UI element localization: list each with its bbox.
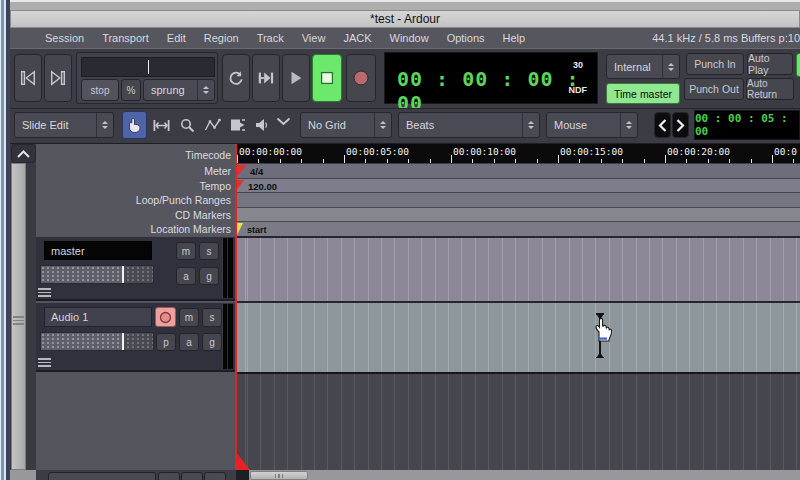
master-automation-button[interactable]: a (176, 267, 196, 285)
nudge-back-button[interactable] (654, 112, 671, 138)
master-name-field[interactable]: master (44, 241, 152, 260)
secondary-clock[interactable]: 00 : 00 : 05 : 00 (694, 110, 800, 140)
chevron-down-icon (276, 117, 291, 126)
go-end-button[interactable] (44, 54, 72, 102)
auto-return-button[interactable]: Auto Return (746, 78, 794, 100)
play-button[interactable] (282, 54, 310, 102)
audio1-name-field[interactable]: Audio 1 (44, 307, 152, 327)
master-resize-grip[interactable] (38, 288, 51, 297)
object-tool-button[interactable] (122, 111, 147, 139)
range-tool-button[interactable] (149, 111, 174, 139)
empty-canvas[interactable] (235, 372, 800, 470)
snap-unit-select[interactable]: Beats (398, 112, 540, 138)
punch-in-button[interactable]: Punch In (686, 53, 744, 75)
toolbar-expander[interactable] (272, 110, 294, 132)
meter-value[interactable]: 4/4 (250, 166, 263, 177)
audio1-solo-button[interactable]: s (202, 308, 222, 327)
main-clock[interactable]: 00 : 00 : 00 : 00 30 NDF (384, 52, 598, 104)
audio1-mute-button[interactable]: m (179, 308, 199, 327)
menu-edit[interactable]: Edit (158, 32, 195, 44)
ruler-label-meter[interactable]: Meter (204, 166, 231, 177)
location-marker-icon[interactable] (237, 223, 243, 235)
automation-label: a (186, 337, 192, 348)
shuttle-units-button[interactable]: % (121, 79, 141, 101)
edit-mode-select[interactable]: Slide Edit (14, 112, 114, 138)
audio1-resize-grip[interactable] (38, 358, 51, 367)
spinner-updown-icon (620, 113, 637, 137)
vertical-scrollbar[interactable] (11, 163, 26, 470)
tempo-marker-icon[interactable] (236, 180, 244, 191)
solo-label: s (210, 312, 215, 323)
shuttle-speed-display[interactable] (81, 57, 215, 77)
menu-track[interactable]: Track (248, 32, 293, 44)
master-track-header[interactable]: master m s a g (36, 237, 235, 301)
cd-markers-ruler[interactable] (235, 207, 800, 221)
ruler-label-timecode[interactable]: Timecode (185, 150, 231, 161)
audio1-track-header[interactable]: Audio 1 m s p a g (36, 303, 235, 372)
bottom-button[interactable] (204, 472, 226, 480)
grid-mode-select[interactable]: No Grid (300, 112, 392, 138)
audio1-group-button[interactable]: g (202, 333, 222, 351)
menu-jack[interactable]: JACK (334, 32, 380, 44)
auto-play-button[interactable]: Auto Play (747, 53, 793, 75)
location-markers-ruler[interactable]: start (235, 221, 800, 236)
audio1-rec-enable-button[interactable] (155, 307, 176, 327)
zoom-tool-button[interactable] (175, 111, 200, 139)
hscrollbar-thumb[interactable] (250, 471, 308, 480)
location-marker-label[interactable]: start (247, 225, 267, 235)
bottom-button[interactable] (48, 472, 156, 480)
scroll-up-button[interactable] (11, 144, 36, 163)
time-master-button[interactable]: Time master (606, 83, 680, 104)
tempo-ruler[interactable]: 120.00 (235, 178, 800, 192)
nudge-forward-button[interactable] (672, 112, 689, 138)
magnifier-icon (180, 118, 195, 133)
meter-marker-icon[interactable] (236, 165, 247, 177)
tempo-value[interactable]: 120.00 (248, 181, 277, 192)
menu-region[interactable]: Region (195, 32, 248, 44)
audio1-gain-fader[interactable] (40, 332, 154, 351)
playhead[interactable] (235, 144, 237, 470)
window-title: *test - Ardour (370, 12, 440, 26)
audio1-track-canvas[interactable] (235, 301, 800, 372)
ruler-label-cd-markers[interactable]: CD Markers (175, 210, 231, 221)
timecode-ruler[interactable]: 00:00:00:00 00:00:05:00 00:00:10:00 00:0… (235, 144, 800, 163)
stop-button[interactable] (312, 54, 342, 102)
record-button[interactable] (346, 54, 376, 102)
draw-tool-button[interactable] (200, 111, 225, 139)
bottom-button[interactable] (158, 472, 180, 480)
stop-icon (318, 69, 336, 87)
master-gain-fader[interactable] (40, 265, 154, 284)
loop-punch-ruler[interactable] (235, 192, 800, 207)
audition-tool-button[interactable] (250, 111, 272, 139)
go-start-button[interactable] (14, 54, 42, 102)
punch-in-label: Punch In (694, 58, 735, 70)
menu-window[interactable]: Window (381, 32, 438, 44)
menu-session[interactable]: Session (36, 32, 93, 44)
ruler-label-tempo[interactable]: Tempo (199, 181, 231, 192)
bottom-button[interactable] (181, 472, 203, 480)
sync-source-select[interactable]: Internal (606, 54, 680, 79)
master-solo-button[interactable]: s (199, 242, 219, 260)
shuttle-mode-select[interactable]: sprung (143, 79, 215, 101)
title-bar[interactable]: *test - Ardour (10, 10, 800, 28)
audio1-automation-button[interactable]: a (179, 333, 199, 351)
master-group-button[interactable]: g (199, 267, 219, 285)
menu-options[interactable]: Options (438, 32, 494, 44)
loop-button[interactable] (222, 54, 250, 102)
shuttle-stop-button[interactable]: stop (81, 79, 119, 101)
punch-out-button[interactable]: Punch Out (684, 78, 744, 100)
audio1-playlist-button[interactable]: p (156, 333, 176, 351)
menu-transport[interactable]: Transport (93, 32, 158, 44)
menu-view[interactable]: View (293, 32, 335, 44)
menu-help[interactable]: Help (494, 32, 535, 44)
edit-point-select[interactable]: Mouse (546, 112, 638, 138)
ruler-label-loop-punch[interactable]: Loop/Punch Ranges (136, 195, 231, 206)
play-range-button[interactable] (252, 54, 280, 102)
ruler-label-location-markers[interactable]: Location Markers (150, 224, 231, 235)
stretch-tool-button[interactable] (225, 111, 250, 139)
master-track-canvas[interactable] (235, 236, 800, 301)
master-mute-button[interactable]: m (176, 242, 196, 260)
line-draw-icon (204, 118, 221, 132)
auto-input-button-clipped[interactable] (796, 53, 800, 77)
meter-ruler[interactable]: 4/4 (235, 163, 800, 178)
